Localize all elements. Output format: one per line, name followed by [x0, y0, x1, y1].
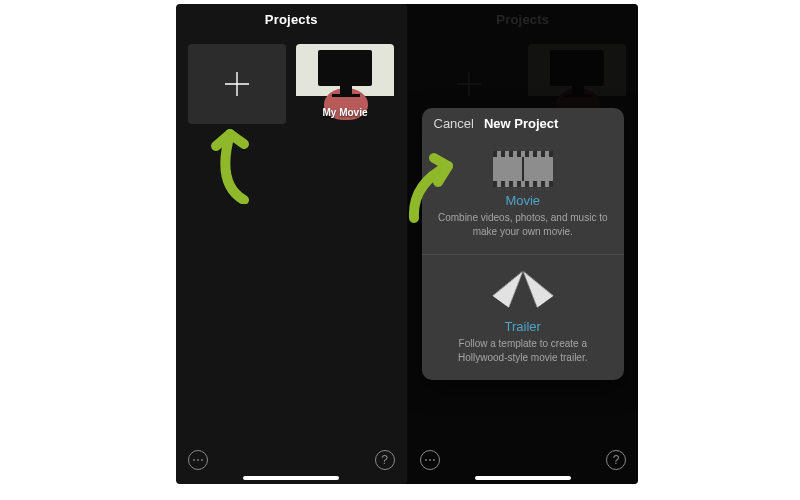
- filmstrip-icon: [493, 151, 553, 187]
- trailer-option-desc: Follow a template to create a Hollywood-…: [438, 337, 609, 364]
- trailer-option[interactable]: Trailer Follow a template to create a Ho…: [422, 254, 625, 380]
- create-project-button[interactable]: [188, 44, 286, 124]
- cancel-button[interactable]: Cancel: [434, 116, 474, 131]
- projects-screen: Projects My Movie ⋯ ?: [176, 4, 407, 484]
- spotlight-icon: [501, 269, 545, 313]
- dialog-title: New Project: [484, 116, 558, 131]
- new-project-dialog: Cancel New Project Movie Combine videos,…: [422, 108, 625, 380]
- projects-screen-with-dialog: Projects Cancel New Project Movie Combin…: [408, 4, 639, 484]
- project-thumbnail-label: My Movie: [296, 107, 394, 118]
- trailer-option-title: Trailer: [438, 319, 609, 334]
- project-thumbnail[interactable]: My Movie: [296, 44, 394, 124]
- ellipsis-icon: ⋯: [424, 453, 436, 467]
- more-button[interactable]: ⋯: [420, 450, 440, 470]
- bottom-bar: ⋯ ?: [176, 444, 407, 484]
- home-indicator: [243, 476, 339, 480]
- more-button[interactable]: ⋯: [188, 450, 208, 470]
- page-title: Projects: [176, 4, 407, 34]
- help-icon: ?: [381, 453, 388, 467]
- help-button[interactable]: ?: [375, 450, 395, 470]
- projects-grid: My Movie: [176, 34, 407, 134]
- help-icon: ?: [613, 453, 620, 467]
- plus-icon: [220, 67, 254, 101]
- ellipsis-icon: ⋯: [192, 453, 204, 467]
- movie-option-desc: Combine videos, photos, and music to mak…: [438, 211, 609, 238]
- movie-option[interactable]: Movie Combine videos, photos, and music …: [422, 137, 625, 254]
- home-indicator: [475, 476, 571, 480]
- help-button[interactable]: ?: [606, 450, 626, 470]
- movie-option-title: Movie: [438, 193, 609, 208]
- bottom-bar: ⋯ ?: [408, 444, 639, 484]
